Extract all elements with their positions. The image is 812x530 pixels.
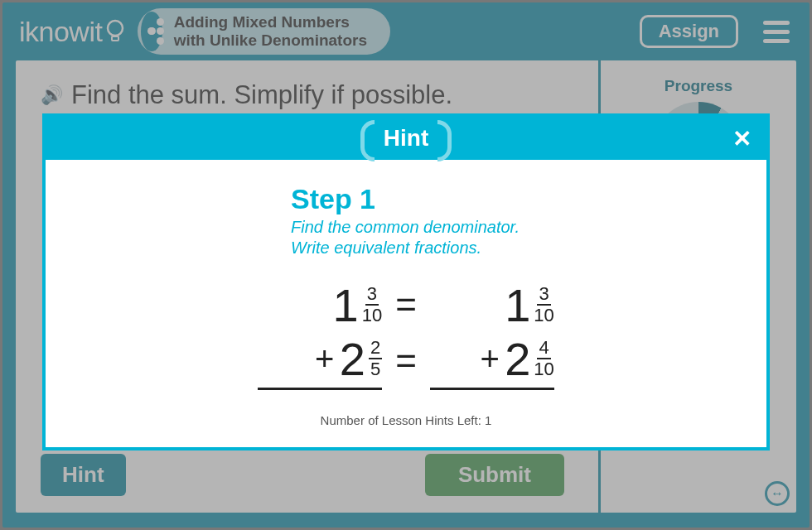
whole-number: 1 — [333, 278, 359, 332]
whole-number: 2 — [340, 332, 365, 386]
step-title: Step 1 — [291, 183, 717, 215]
equation-area: 1 3 10 = 1 3 10 — [249, 278, 563, 390]
fraction: 3 10 — [534, 285, 553, 325]
hint-modal: Hint ✕ Step 1 Find the common denominato… — [42, 113, 770, 450]
step-desc-line2: Write equivalent fractions. — [291, 238, 481, 257]
fraction: 2 5 — [369, 339, 382, 378]
equation-row-1: 1 3 10 = 1 3 10 — [249, 278, 563, 332]
equals-sign: = — [395, 340, 417, 382]
eq-left-2: + 2 2 5 — [258, 332, 382, 390]
whole-number: 1 — [505, 278, 530, 332]
fraction: 4 10 — [534, 339, 553, 378]
modal-body: Step 1 Find the common denominator. Writ… — [46, 160, 766, 447]
step-desc-line1: Find the common denominator. — [291, 218, 520, 236]
eq-right-2: + 2 4 10 — [430, 332, 554, 390]
eq-left-1: 1 3 10 — [258, 278, 382, 332]
equation-row-2: + 2 2 5 = + 2 4 10 — [249, 332, 563, 390]
fraction: 3 10 — [362, 285, 382, 325]
modal-header: Hint ✕ — [46, 117, 766, 160]
equals-sign: = — [395, 284, 417, 325]
modal-title: Hint — [372, 125, 440, 152]
step-description: Find the common denominator. Write equiv… — [291, 217, 717, 258]
modal-overlay: Hint ✕ Step 1 Find the common denominato… — [0, 0, 812, 530]
eq-right-1: 1 3 10 — [430, 278, 554, 332]
hints-left-text: Number of Lesson Hints Left: 1 — [95, 413, 717, 427]
plus-sign: + — [478, 340, 501, 378]
close-icon[interactable]: ✕ — [732, 125, 752, 152]
plus-sign: + — [313, 340, 336, 378]
whole-number: 2 — [505, 332, 530, 386]
